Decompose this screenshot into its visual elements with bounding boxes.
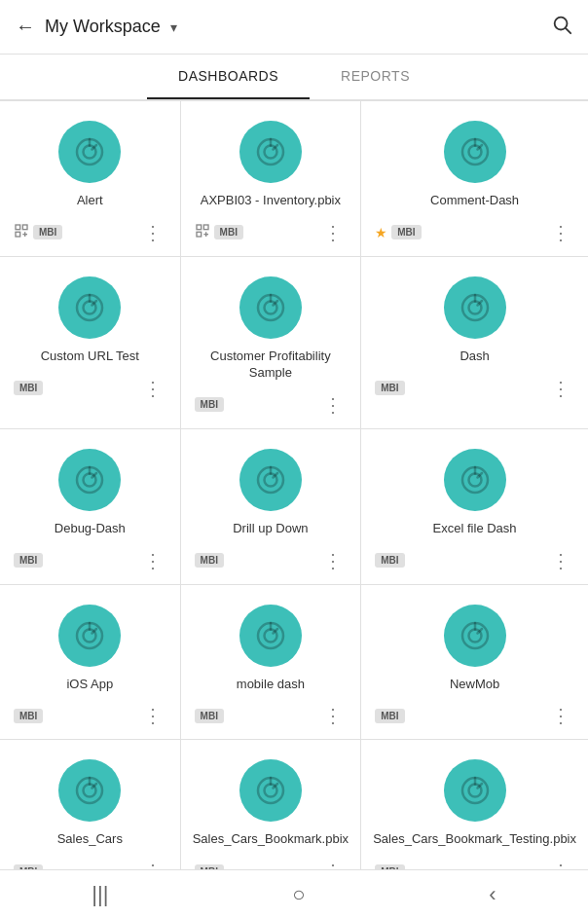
dashboard-icon (239, 121, 302, 183)
shared-icon (14, 223, 29, 241)
header-left: ← My Workspace ▾ (16, 16, 177, 38)
dashboard-icon (58, 759, 121, 822)
dashboard-card[interactable]: Custom URL TestMBI⋮ (0, 257, 180, 428)
badge-row: MBI (195, 397, 224, 412)
dashboard-card[interactable]: DashMBI⋮ (361, 257, 588, 428)
card-title: Debug-Dash (51, 521, 129, 537)
more-options-button[interactable]: ⋮ (139, 704, 166, 727)
dashboard-card[interactable]: Comment-Dash★MBI⋮ (361, 101, 588, 256)
svg-rect-6 (16, 225, 20, 230)
dashboard-icon (239, 759, 302, 822)
card-footer: MBI⋮ (189, 545, 353, 574)
more-options-button[interactable]: ⋮ (139, 377, 166, 400)
back-nav-button[interactable]: ‹ (465, 874, 519, 915)
dashboard-card[interactable]: Excel file DashMBI⋮ (361, 429, 588, 584)
tab-reports[interactable]: REPORTS (310, 55, 441, 99)
card-footer: MBI⋮ (369, 545, 580, 574)
card-footer: MBI⋮ (369, 700, 580, 729)
workspace-title: My Workspace (45, 17, 161, 37)
svg-rect-16 (203, 225, 208, 230)
mbi-badge: MBI (375, 553, 404, 568)
dashboard-card[interactable]: Debug-DashMBI⋮ (0, 429, 180, 584)
chevron-down-icon[interactable]: ▾ (170, 19, 177, 35)
card-footer: MBI⋮ (8, 373, 172, 402)
mbi-badge: MBI (195, 553, 224, 568)
card-footer: MBI⋮ (369, 373, 580, 402)
mbi-badge: MBI (375, 381, 404, 395)
dashboard-icon (444, 276, 506, 339)
dashboard-card[interactable]: Drill up DownMBI⋮ (181, 429, 361, 584)
mbi-badge: MBI (375, 709, 404, 723)
dashboard-card[interactable]: Customer Profitability SampleMBI⋮ (181, 257, 361, 428)
home-nav-button[interactable]: ○ (269, 874, 328, 915)
dashboard-icon (58, 605, 121, 667)
badge-row: ★MBI (375, 225, 421, 240)
tab-dashboards[interactable]: DASHBOARDS (147, 55, 310, 99)
more-options-button[interactable]: ⋮ (547, 549, 574, 572)
badge-row: MBI (195, 709, 224, 723)
back-button[interactable]: ← (16, 16, 35, 38)
card-footer: MBI⋮ (8, 545, 172, 574)
card-title: NewMob (446, 677, 503, 693)
card-title: iOS App (62, 677, 117, 693)
mbi-badge: MBI (14, 381, 43, 395)
mbi-badge: MBI (14, 709, 43, 723)
more-options-button[interactable]: ⋮ (319, 393, 347, 417)
card-title: Sales_Cars_Bookmark_Testing.pbix (369, 831, 580, 848)
card-footer: ★MBI⋮ (369, 217, 580, 246)
more-options-button[interactable]: ⋮ (139, 549, 166, 572)
header: ← My Workspace ▾ (0, 0, 588, 55)
badge-row: MBI (14, 381, 43, 395)
menu-nav-button[interactable]: ||| (68, 874, 131, 915)
card-title: Sales_Cars_Bookmark.pbix (189, 831, 352, 848)
mbi-badge: MBI (14, 553, 43, 568)
badge-row: MBI (14, 553, 43, 568)
dashboard-icon (444, 449, 506, 511)
dashboard-icon (239, 605, 302, 667)
badge-row: MBI (195, 553, 224, 568)
dashboard-icon (239, 449, 302, 511)
mbi-badge: MBI (214, 225, 243, 239)
dashboard-icon (444, 121, 506, 183)
svg-line-1 (566, 28, 570, 33)
badge-row: MBI (195, 223, 243, 241)
card-footer: MBI⋮ (189, 217, 353, 246)
card-title: AXPBI03 - Inventory.pbix (197, 193, 345, 209)
card-title: Comment-Dash (426, 193, 523, 209)
badge-row: MBI (375, 381, 404, 395)
dashboard-card[interactable]: AXPBI03 - Inventory.pbix MBI⋮ (181, 101, 361, 256)
badge-row: MBI (375, 553, 404, 568)
card-footer: MBI⋮ (8, 217, 172, 246)
card-title: Sales_Cars (54, 831, 127, 848)
mbi-badge: MBI (195, 397, 224, 412)
dashboard-icon (58, 449, 121, 511)
dashboard-icon (444, 605, 506, 667)
mbi-badge: MBI (33, 225, 62, 239)
star-icon: ★ (375, 225, 387, 240)
card-title: Customer Profitability Sample (189, 349, 353, 382)
mbi-badge: MBI (391, 225, 421, 239)
dashboard-icon (58, 121, 121, 183)
svg-rect-7 (22, 225, 27, 230)
dashboard-card[interactable]: Alert MBI⋮ (0, 101, 180, 256)
more-options-button[interactable]: ⋮ (319, 704, 347, 727)
search-icon[interactable] (551, 14, 572, 40)
more-options-button[interactable]: ⋮ (547, 221, 574, 244)
badge-row: MBI (14, 709, 43, 723)
card-title: mobile dash (233, 677, 309, 693)
more-options-button[interactable]: ⋮ (547, 377, 574, 400)
more-options-button[interactable]: ⋮ (547, 704, 574, 727)
svg-rect-8 (16, 233, 20, 238)
svg-rect-17 (197, 233, 202, 238)
more-options-button[interactable]: ⋮ (319, 221, 347, 244)
more-options-button[interactable]: ⋮ (319, 549, 347, 572)
card-title: Drill up Down (229, 521, 312, 537)
dashboard-card[interactable]: iOS AppMBI⋮ (0, 585, 180, 740)
card-title: Dash (456, 349, 493, 365)
dashboard-card[interactable]: mobile dashMBI⋮ (181, 585, 361, 740)
card-footer: MBI⋮ (8, 700, 172, 729)
card-footer: MBI⋮ (189, 700, 353, 729)
dashboard-card[interactable]: NewMobMBI⋮ (361, 585, 588, 740)
dashboard-icon (239, 276, 302, 339)
more-options-button[interactable]: ⋮ (139, 221, 166, 244)
